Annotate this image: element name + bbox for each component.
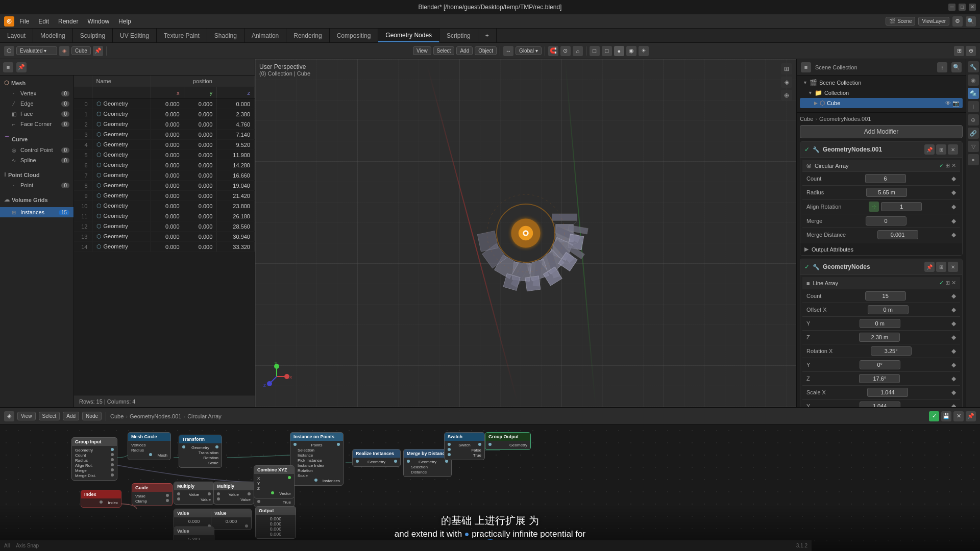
node-index[interactable]: Index Index bbox=[81, 490, 121, 508]
filter-icon[interactable]: ⫶ bbox=[937, 62, 947, 72]
align-rotation-keyframe[interactable]: ◆ bbox=[951, 203, 956, 210]
la-del[interactable]: ✕ bbox=[951, 280, 956, 286]
align-rotation-value[interactable]: 1 bbox=[881, 202, 922, 211]
merge-distance-value[interactable]: 0.001 bbox=[877, 230, 918, 239]
object-name[interactable]: Cube bbox=[71, 46, 91, 55]
rs-modifier[interactable]: 🔩 bbox=[968, 88, 979, 99]
blender-logo[interactable]: ◎ bbox=[4, 16, 14, 27]
add-modifier-button[interactable]: Add Modifier bbox=[800, 125, 963, 138]
la-rx-kf[interactable]: ◆ bbox=[951, 347, 956, 355]
rs-material[interactable]: ● bbox=[968, 154, 979, 165]
sidebar-item-edge[interactable]: ∕ Edge 0 bbox=[0, 98, 74, 109]
modifier-header-geonodes001[interactable]: ✓ 🔧 GeometryNodes.001 📌 ⊞ ✕ bbox=[800, 142, 962, 158]
node-select-menu[interactable]: Select bbox=[39, 412, 60, 420]
mod-pin-btn[interactable]: 📌 bbox=[924, 144, 935, 155]
node-add-menu[interactable]: Add bbox=[63, 412, 79, 420]
outliner-collection[interactable]: ▼ 📁 Collection bbox=[800, 88, 963, 98]
spreadsheet-icon[interactable]: ≡ bbox=[3, 62, 13, 72]
mode-icon[interactable]: ⬡ bbox=[4, 46, 14, 56]
snap-icon[interactable]: 🧲 bbox=[548, 46, 558, 56]
ca-copy-icon[interactable]: ⊞ bbox=[945, 162, 950, 169]
rs-object[interactable]: ◉ bbox=[968, 74, 979, 86]
object-menu[interactable]: Object bbox=[475, 46, 497, 55]
menu-window[interactable]: Window bbox=[83, 16, 113, 27]
la-scale-y-val[interactable]: 1.044 bbox=[860, 402, 900, 407]
la-count-val[interactable]: 15 bbox=[865, 291, 906, 300]
col-index[interactable] bbox=[74, 76, 92, 87]
col-z[interactable]: z bbox=[217, 87, 255, 99]
outliner-scene-collection[interactable]: ▼ 🎬 Scene Collection bbox=[800, 78, 963, 88]
col-name[interactable]: Name bbox=[92, 76, 151, 87]
mod-delete-btn[interactable]: ✕ bbox=[948, 144, 958, 155]
circular-array-header[interactable]: ◎ Circular Array ✓ ⊞ ✕ bbox=[802, 160, 960, 171]
node-group-output[interactable]: Group Output Geometry bbox=[485, 432, 531, 450]
sidebar-item-instances[interactable]: ⊞ Instances 15 bbox=[0, 207, 74, 217]
falloff-icon[interactable]: ⌂ bbox=[573, 46, 583, 56]
outliner-cube[interactable]: ▶ ⬡ Cube 👁 📷 bbox=[800, 98, 963, 108]
radius-value[interactable]: 5.65 m bbox=[866, 188, 907, 197]
node-close-btn[interactable]: ✕ bbox=[953, 411, 964, 421]
add-menu[interactable]: Add bbox=[456, 46, 473, 55]
la-offset-y-val[interactable]: 0 m bbox=[860, 319, 900, 328]
la-sx-kf[interactable]: ◆ bbox=[951, 389, 956, 396]
output-attributes-header[interactable]: ▶ Output Attributes bbox=[800, 243, 962, 255]
node-mesh-circle[interactable]: Mesh Circle Vertices Radius Mesh bbox=[128, 432, 171, 460]
mode-selector[interactable]: Evaluated ▾ bbox=[16, 46, 57, 55]
sidebar-item-vertex[interactable]: · Vertex 0 bbox=[0, 88, 74, 98]
node-group-input[interactable]: Group Input Geometry Count Radius Align … bbox=[71, 437, 117, 481]
ca-check-icon[interactable]: ✓ bbox=[939, 162, 944, 169]
scene-selector[interactable]: 🎬 Scene bbox=[886, 17, 915, 26]
node-pin-btn[interactable]: 📌 bbox=[966, 411, 976, 421]
node-output-bottom[interactable]: Output 0.000 0.000 0.000 0.000 bbox=[255, 506, 296, 539]
sidebar-item-face-corner[interactable]: ⌐ Face Corner 0 bbox=[0, 119, 74, 129]
merge-value[interactable]: 0 bbox=[866, 216, 906, 226]
maximize-btn[interactable]: □ bbox=[959, 4, 966, 11]
mod2-delete-btn[interactable]: ✕ bbox=[948, 262, 958, 272]
rs-particles[interactable]: ⁞ bbox=[968, 101, 979, 112]
ca-del-icon[interactable]: ✕ bbox=[951, 162, 956, 169]
la-ry-kf[interactable]: ◆ bbox=[951, 361, 956, 368]
node-editor-icon[interactable]: ◈ bbox=[4, 411, 14, 421]
menu-render[interactable]: Render bbox=[54, 16, 82, 27]
node-save-btn[interactable]: 💾 bbox=[941, 411, 951, 421]
node-view-menu[interactable]: View bbox=[17, 412, 36, 420]
la-rot-y-val[interactable]: 0° bbox=[860, 360, 900, 369]
node-combine-xyz[interactable]: Combine XYZ X Y Z Vector bbox=[254, 465, 295, 498]
rs-constraints[interactable]: 🔗 bbox=[968, 128, 979, 139]
pin-icon[interactable]: 📌 bbox=[93, 46, 103, 56]
sidebar-item-point[interactable]: · Point 0 bbox=[0, 180, 74, 190]
viewport-overlay-toggle[interactable]: ◈ bbox=[781, 77, 792, 88]
minimize-btn[interactable]: ─ bbox=[948, 4, 955, 11]
rs-properties[interactable]: 🔧 bbox=[968, 61, 979, 72]
spreadsheet-pin[interactable]: 📌 bbox=[16, 62, 27, 72]
la-scale-x-val[interactable]: 1.044 bbox=[867, 388, 908, 397]
count-keyframe[interactable]: ◆ bbox=[951, 175, 956, 182]
select-menu[interactable]: Select bbox=[433, 46, 455, 55]
rs-physics[interactable]: ⊕ bbox=[968, 114, 979, 126]
breadcrumb-cube[interactable]: Cube bbox=[800, 116, 813, 122]
node-bc-circular-array[interactable]: Circular Array bbox=[187, 413, 222, 419]
merge-distance-keyframe[interactable]: ◆ bbox=[951, 231, 956, 238]
gizmo-icon[interactable]: ⊕ bbox=[966, 46, 976, 56]
la-check[interactable]: ✓ bbox=[939, 280, 944, 286]
line-array-header[interactable]: ≡ Line Array ✓ ⊞ ✕ bbox=[802, 277, 960, 289]
la-sy-kf[interactable]: ◆ bbox=[951, 403, 956, 407]
la-rot-z-val[interactable]: 17.6° bbox=[859, 374, 900, 383]
viewport-grid-toggle[interactable]: ⊞ bbox=[781, 63, 792, 74]
sidebar-item-face[interactable]: ◧ Face 0 bbox=[0, 109, 74, 119]
tab-compositing[interactable]: Compositing bbox=[330, 29, 379, 42]
menu-help[interactable]: Help bbox=[114, 16, 135, 27]
la-ox-kf[interactable]: ◆ bbox=[951, 306, 956, 313]
modifier-header-geonodes[interactable]: ✓ 🔧 GeometryNodes 📌 ⊞ ✕ bbox=[800, 259, 962, 275]
render-icon[interactable]: 📷 bbox=[952, 100, 960, 107]
la-oy-kf[interactable]: ◆ bbox=[951, 320, 956, 327]
node-value-2[interactable]: Value 0.000 bbox=[211, 509, 252, 530]
outliner-icon[interactable]: ≡ bbox=[801, 62, 811, 72]
tab-geometry-nodes[interactable]: Geometry Nodes bbox=[378, 29, 439, 42]
node-transform[interactable]: Transform Geometry Translation Rotation … bbox=[179, 435, 222, 468]
modifier-enable-check[interactable]: ✓ bbox=[804, 146, 810, 153]
node-multiply[interactable]: Multiply Value Value bbox=[174, 482, 214, 505]
node-multiply-2[interactable]: Multiply Value Value bbox=[213, 482, 254, 505]
mod-copy-btn[interactable]: ⊞ bbox=[936, 144, 946, 155]
align-rotation-icon[interactable]: ⊹ bbox=[869, 202, 879, 212]
